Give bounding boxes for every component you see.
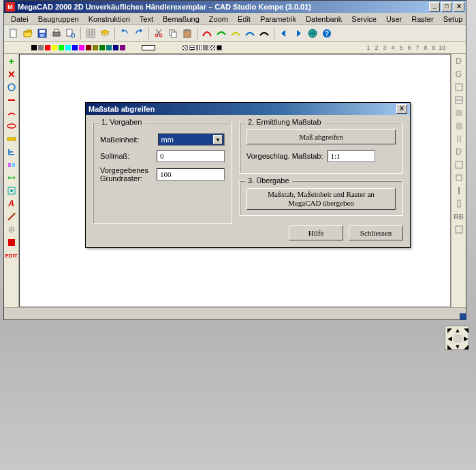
dialog-close-button[interactable]: X xyxy=(396,104,407,114)
rtool-box4-icon[interactable] xyxy=(453,172,465,184)
rtool-d2-icon[interactable]: D xyxy=(453,146,465,158)
tool-line-icon[interactable] xyxy=(5,94,18,106)
layer-num[interactable]: 6 xyxy=(406,44,413,51)
raster-input[interactable] xyxy=(157,168,225,181)
tool-add-icon[interactable]: + xyxy=(5,55,18,67)
menu-zoom[interactable]: Zoom xyxy=(205,14,232,25)
tool-dim-icon[interactable] xyxy=(5,172,18,184)
tb-save[interactable] xyxy=(35,27,49,40)
tool-equal-icon[interactable] xyxy=(5,159,18,171)
tool-delete-icon[interactable]: ✕ xyxy=(5,68,18,80)
color-swatch[interactable] xyxy=(113,45,118,50)
hatch-pattern[interactable] xyxy=(203,45,208,50)
hatch-pattern[interactable] xyxy=(183,45,188,50)
color-swatch[interactable] xyxy=(31,45,37,50)
layer-num[interactable]: 7 xyxy=(414,44,421,51)
menu-text[interactable]: Text xyxy=(136,14,157,25)
pan-se-icon[interactable]: ◢ xyxy=(462,343,470,351)
tb-copy[interactable] xyxy=(166,27,180,40)
layer-num[interactable]: 2 xyxy=(373,44,380,51)
rtool-i2-icon[interactable] xyxy=(453,198,465,210)
tb-preview[interactable] xyxy=(64,27,78,40)
rtool-g-icon[interactable]: G xyxy=(453,68,465,80)
tool-circle-icon[interactable] xyxy=(5,81,18,93)
rtool-box-icon[interactable] xyxy=(453,81,465,93)
tb-redo[interactable] xyxy=(132,27,146,40)
unit-select[interactable]: mm ▼ xyxy=(158,134,225,146)
color-swatch[interactable] xyxy=(52,45,57,50)
tb-layer[interactable] xyxy=(98,27,112,40)
menu-bemassung[interactable]: Bemaßung xyxy=(159,14,204,25)
pick-measure-button[interactable]: Maß abgreifen xyxy=(247,129,396,144)
pan-nw-icon[interactable]: ◤ xyxy=(445,326,454,334)
rtool-hbars-icon[interactable] xyxy=(453,107,465,119)
tb-back[interactable] xyxy=(277,27,291,40)
color-swatch[interactable] xyxy=(72,45,78,50)
tool-redraw-icon[interactable] xyxy=(5,236,18,249)
tb-curve-red[interactable] xyxy=(200,27,214,40)
tb-open[interactable] xyxy=(21,27,35,40)
layer-num[interactable]: 8 xyxy=(422,44,429,51)
tool-diag-icon[interactable] xyxy=(5,210,18,223)
pan-sw-icon[interactable]: ◣ xyxy=(445,343,454,351)
tool-gear-icon[interactable] xyxy=(5,223,18,236)
color-swatch[interactable] xyxy=(65,45,71,50)
tb-globe[interactable] xyxy=(306,27,319,40)
rtool-box3-icon[interactable] xyxy=(453,159,465,171)
menu-datenbank[interactable]: Datenbank xyxy=(302,14,346,25)
pan-left-icon[interactable]: ◀ xyxy=(445,334,454,343)
color-swatch[interactable] xyxy=(99,45,105,50)
tool-ellipse-icon[interactable] xyxy=(5,120,18,132)
tool-edit-text[interactable]: EDIT xyxy=(5,249,18,262)
layer-num[interactable]: 1 xyxy=(365,44,372,51)
tb-paste[interactable] xyxy=(180,27,194,40)
layer-num[interactable]: 3 xyxy=(381,44,388,51)
color-swatch[interactable] xyxy=(38,45,44,50)
rtool-vbars2-icon[interactable] xyxy=(453,133,465,145)
tb-curve-green[interactable] xyxy=(215,27,228,40)
tb-grid[interactable] xyxy=(84,27,97,40)
linestyle-selector[interactable] xyxy=(142,45,155,50)
tool-text-icon[interactable]: A xyxy=(5,198,18,210)
rtool-rb-icon[interactable]: RB xyxy=(453,210,465,223)
hatch-pattern[interactable] xyxy=(217,45,222,50)
rtool-box2-icon[interactable] xyxy=(453,94,465,106)
menu-edit[interactable]: Edit xyxy=(234,14,255,25)
tool-arc-icon[interactable] xyxy=(5,107,18,119)
menu-raster[interactable]: Raster xyxy=(407,14,437,25)
layer-num[interactable]: 4 xyxy=(390,44,396,51)
color-swatch[interactable] xyxy=(59,45,64,50)
pan-center-icon[interactable] xyxy=(454,334,462,343)
tb-curve-blue[interactable] xyxy=(243,27,257,40)
rtool-d-icon[interactable]: D xyxy=(453,55,465,67)
menu-datei[interactable]: Datei xyxy=(7,14,33,25)
rtool-i1-icon[interactable] xyxy=(453,185,465,197)
color-swatch[interactable] xyxy=(120,45,125,50)
tool-clamp-icon[interactable] xyxy=(5,146,18,158)
color-swatch[interactable] xyxy=(86,45,91,50)
maximize-button[interactable]: □ xyxy=(441,2,452,12)
menu-setup[interactable]: Setup xyxy=(439,14,467,25)
pan-ne-icon[interactable]: ◥ xyxy=(462,326,470,334)
close-button[interactable]: X xyxy=(454,2,464,12)
dialog-title-bar[interactable]: Maßstab abgreifen X xyxy=(86,103,410,115)
tool-link-icon[interactable] xyxy=(5,185,18,197)
tb-forward[interactable] xyxy=(291,27,305,40)
color-swatch[interactable] xyxy=(45,45,50,50)
help-button[interactable]: Hilfe xyxy=(289,225,343,240)
dialog-close-btn[interactable]: Schliessen xyxy=(349,225,403,240)
pan-down-icon[interactable]: ▼ xyxy=(454,343,462,351)
tool-measure-icon[interactable] xyxy=(5,133,18,145)
menu-service[interactable]: Service xyxy=(347,14,381,25)
hatch-pattern[interactable] xyxy=(189,45,195,50)
menu-user[interactable]: User xyxy=(382,14,406,25)
color-swatch[interactable] xyxy=(106,45,112,50)
tb-curve-black[interactable] xyxy=(257,27,271,40)
pan-right-icon[interactable]: ▶ xyxy=(462,334,470,343)
tb-undo[interactable] xyxy=(118,27,131,40)
color-swatch[interactable] xyxy=(93,45,98,50)
sollmass-input[interactable] xyxy=(157,150,225,162)
title-bar[interactable]: M MegaCAD 2000 2D Unverkäufliches Händle… xyxy=(4,1,466,13)
layer-num[interactable]: 9 xyxy=(430,44,437,51)
tb-new[interactable] xyxy=(7,27,20,40)
